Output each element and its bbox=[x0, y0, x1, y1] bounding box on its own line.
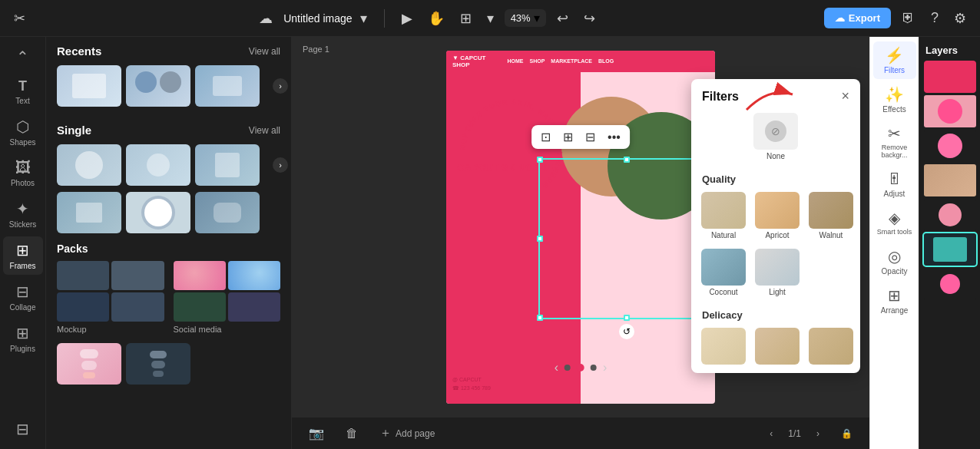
recent-thumb-2[interactable] bbox=[126, 65, 190, 107]
single-thumbnails-row2 bbox=[46, 189, 291, 236]
zoom-group[interactable]: 43% ▾ bbox=[505, 9, 546, 27]
export-button[interactable]: ☁ Export bbox=[824, 8, 891, 28]
single-nav-arrow[interactable]: › bbox=[273, 157, 288, 173]
layer-item-6[interactable] bbox=[924, 233, 976, 266]
social-thumb-1[interactable] bbox=[174, 261, 226, 290]
duplicate-button[interactable]: ⊟ bbox=[582, 128, 598, 146]
next-page-button[interactable]: › bbox=[603, 361, 607, 375]
layout-button[interactable]: ⊞ bbox=[560, 128, 576, 146]
layer-item-2[interactable] bbox=[924, 95, 976, 127]
mockup-thumb-2[interactable] bbox=[111, 261, 164, 290]
rotate-handle[interactable]: ↺ bbox=[619, 324, 634, 339]
frame-chevron-button[interactable]: ▾ bbox=[482, 7, 498, 30]
sidebar-item-plugins[interactable]: ⊞ Plugins bbox=[3, 319, 43, 358]
recents-view-all[interactable]: View all bbox=[249, 46, 280, 57]
layers-title: Layers bbox=[919, 37, 980, 61]
layer-item-4[interactable] bbox=[924, 164, 976, 196]
next-page-nav[interactable]: › bbox=[810, 425, 826, 442]
sidebar-item-bottom[interactable]: ⊟ bbox=[3, 415, 43, 443]
more-button[interactable]: ••• bbox=[604, 129, 624, 146]
recent-thumb-3[interactable] bbox=[195, 65, 260, 107]
title-chevron-button[interactable]: ▾ bbox=[356, 7, 372, 30]
single-thumb-4[interactable] bbox=[57, 192, 121, 233]
mockup-thumb-3[interactable] bbox=[57, 292, 109, 322]
filter-light[interactable]: Light bbox=[753, 246, 802, 299]
social-thumb-3[interactable] bbox=[174, 292, 226, 322]
social-thumb-2[interactable] bbox=[228, 261, 280, 290]
sidebar-item-shapes[interactable]: ⬡ Shapes bbox=[3, 113, 43, 151]
help-button[interactable]: ? bbox=[926, 7, 943, 29]
cloud-save-button[interactable]: ☁ bbox=[254, 7, 277, 30]
filter-delicacy-1[interactable] bbox=[699, 325, 748, 367]
rt-adjust[interactable]: 🎚 Adjust bbox=[873, 166, 916, 203]
recents-nav-arrow[interactable]: › bbox=[273, 78, 288, 94]
rt-filters-label: Filters bbox=[884, 66, 905, 74]
frame-tool-button[interactable]: ⊞ bbox=[455, 7, 476, 30]
filter-apricot[interactable]: Apricot bbox=[753, 190, 802, 242]
design-canvas[interactable]: ▼ CAPCUTSHOP HOME SHOP MARKETPLACE BLOG … bbox=[446, 51, 715, 404]
rt-smart-tools[interactable]: ◈ Smart tools bbox=[873, 204, 916, 241]
logo-button[interactable]: ✂ bbox=[9, 7, 30, 30]
rt-arrange[interactable]: ⊞ Arrange bbox=[873, 282, 916, 319]
lock-button[interactable]: 🔒 bbox=[835, 425, 859, 442]
shield-button[interactable]: ⛨ bbox=[897, 7, 920, 29]
anim-thumb-2[interactable] bbox=[126, 343, 190, 385]
sidebar-item-text[interactable]: T Text bbox=[3, 74, 43, 110]
rt-effects[interactable]: ✨ Effects bbox=[873, 81, 916, 118]
single-thumb-5[interactable] bbox=[126, 192, 190, 233]
rt-opacity-label: Opacity bbox=[882, 267, 908, 276]
filters-close-button[interactable]: × bbox=[841, 88, 849, 104]
trash-button[interactable]: 🗑 bbox=[339, 424, 364, 444]
sidebar-item-photos[interactable]: 🖼 Photos bbox=[3, 154, 43, 192]
sidebar-item-frames[interactable]: ⊞ Frames bbox=[3, 236, 43, 275]
main-layout: ⌃ T Text ⬡ Shapes 🖼 Photos ✦ Stickers ⊞ … bbox=[0, 37, 980, 449]
single-thumb-3[interactable] bbox=[195, 144, 260, 186]
chevron-down-icon: ▾ bbox=[360, 10, 367, 27]
sidebar-label-frames: Frames bbox=[10, 262, 36, 270]
single-view-all[interactable]: View all bbox=[249, 125, 280, 136]
undo-button[interactable]: ↩ bbox=[552, 7, 573, 30]
filters-icon: ⚡ bbox=[885, 46, 904, 64]
prev-page-nav[interactable]: ‹ bbox=[763, 425, 779, 442]
redo-button[interactable]: ↪ bbox=[579, 7, 600, 30]
single-thumb-6[interactable] bbox=[195, 192, 260, 233]
mockup-thumb-4[interactable] bbox=[111, 292, 164, 322]
layer-item-7[interactable] bbox=[924, 268, 976, 300]
prev-page-button[interactable]: ‹ bbox=[555, 361, 558, 375]
filter-delicacy-2[interactable] bbox=[753, 325, 802, 367]
sidebar-item-collapse[interactable]: ⌃ bbox=[3, 43, 43, 71]
delicacy-thumb-1 bbox=[701, 328, 746, 365]
filter-walnut[interactable]: Walnut bbox=[806, 190, 856, 242]
settings-button[interactable]: ⚙ bbox=[949, 7, 971, 30]
rt-adjust-label: Adjust bbox=[884, 190, 906, 198]
delicacy-thumb-2 bbox=[755, 328, 800, 365]
filter-none-label: None bbox=[766, 152, 785, 160]
handle-bm[interactable] bbox=[624, 315, 630, 321]
crop-button[interactable]: ⊡ bbox=[538, 128, 554, 146]
sidebar-item-stickers[interactable]: ✦ Stickers bbox=[3, 195, 43, 233]
add-page-button[interactable]: ＋ Add page bbox=[373, 422, 441, 444]
filters-panel-header: Filters × bbox=[691, 79, 860, 111]
hand-tool-button[interactable]: ✋ bbox=[423, 7, 449, 30]
camera-button[interactable]: 📷 bbox=[303, 423, 330, 444]
single-thumb-1[interactable] bbox=[57, 144, 121, 186]
walnut-label: Walnut bbox=[819, 231, 843, 239]
anim-thumb-1[interactable] bbox=[57, 343, 121, 385]
filter-coconut[interactable]: Coconut bbox=[699, 246, 748, 299]
select-tool-button[interactable]: ▶ bbox=[397, 7, 417, 30]
filter-none[interactable]: ⊘ None bbox=[699, 111, 853, 163]
layer-item-5[interactable] bbox=[924, 199, 976, 231]
single-thumb-2[interactable] bbox=[126, 144, 190, 186]
rt-opacity[interactable]: ◎ Opacity bbox=[873, 243, 916, 280]
filter-delicacy-3[interactable] bbox=[806, 325, 856, 367]
recent-thumb-1[interactable] bbox=[57, 65, 121, 107]
rt-remove-bg[interactable]: ✂ Remove backgr... bbox=[873, 120, 916, 164]
social-thumb-4[interactable] bbox=[228, 292, 280, 322]
cloud-icon: ☁ bbox=[259, 10, 273, 27]
rt-filters[interactable]: ⚡ Filters bbox=[873, 41, 916, 79]
filter-natural[interactable]: Natural bbox=[699, 190, 748, 242]
mockup-thumb-1[interactable] bbox=[57, 261, 109, 290]
sidebar-item-collage[interactable]: ⊟ Collage bbox=[3, 278, 43, 316]
layer-item-3[interactable] bbox=[924, 130, 976, 162]
layer-item-1[interactable] bbox=[924, 61, 976, 93]
